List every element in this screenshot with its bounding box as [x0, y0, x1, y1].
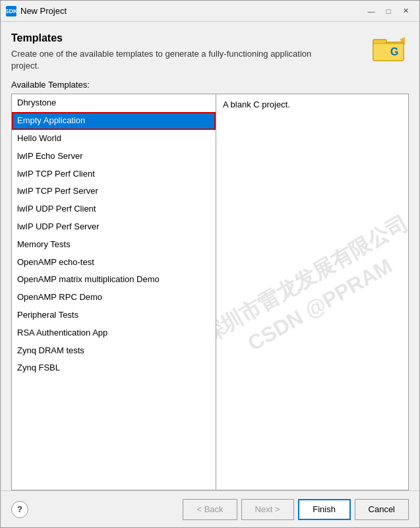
template-item-empty-application[interactable]: Empty Application	[12, 112, 216, 130]
template-item-lwip-udp-perf-server[interactable]: lwIP UDP Perf Server	[12, 218, 216, 236]
template-item-lwip-tcp-perf-server[interactable]: lwIP TCP Perf Server	[12, 183, 216, 200]
section-description: Create one of the available templates to…	[11, 48, 315, 72]
template-item-openamp-matrix-mult[interactable]: OpenAMP matrix multiplication Demo	[12, 271, 216, 289]
dialog-body: Templates Create one of the available te…	[1, 22, 419, 490]
maximize-button[interactable]: □	[380, 5, 397, 18]
header-section: Templates Create one of the available te…	[11, 32, 409, 72]
section-title: Templates	[11, 32, 369, 44]
template-item-lwip-tcp-perf-client[interactable]: lwIP TCP Perf Client	[12, 165, 216, 183]
header-left: Templates Create one of the available te…	[11, 32, 369, 72]
header-icon-area: G	[369, 32, 409, 65]
next-button[interactable]: Next >	[241, 499, 294, 520]
window-controls: — □ ✕	[363, 5, 414, 18]
nav-buttons: < Back Next > Finish Cancel	[183, 499, 409, 520]
template-item-dhrystone[interactable]: Dhrystone	[12, 94, 216, 112]
watermark: 深圳市雷龙发展有限公司 CSDN @PPRAM	[216, 208, 408, 376]
help-button[interactable]: ?	[11, 501, 28, 518]
svg-text:G: G	[390, 46, 398, 57]
button-bar: ? < Back Next > Finish Cancel	[1, 490, 419, 527]
cancel-button[interactable]: Cancel	[355, 499, 409, 520]
template-item-openamp-rpc-demo[interactable]: OpenAMP RPC Demo	[12, 289, 216, 307]
description-panel: A blank C project. 深圳市雷龙发展有限公司 CSDN @PPR…	[216, 94, 408, 490]
app-icon: SDK	[6, 6, 16, 16]
template-item-memory-tests[interactable]: Memory Tests	[12, 236, 216, 254]
finish-button[interactable]: Finish	[298, 499, 351, 520]
title-bar: SDK New Project — □ ✕	[1, 1, 419, 22]
back-button[interactable]: < Back	[183, 499, 237, 520]
description-text: A blank C project.	[223, 100, 290, 109]
template-item-lwip-echo-server[interactable]: lwIP Echo Server	[12, 148, 216, 165]
minimize-button[interactable]: —	[363, 5, 380, 18]
svg-rect-2	[373, 44, 404, 61]
template-item-hello-world[interactable]: Hello World	[12, 130, 216, 148]
new-project-dialog: SDK New Project — □ ✕ Templates Create o…	[0, 0, 420, 528]
templates-list[interactable]: DhrystoneEmpty ApplicationHello WorldlwI…	[12, 94, 216, 490]
template-item-openamp-echo-test[interactable]: OpenAMP echo-test	[12, 254, 216, 272]
folder-icon: G	[372, 34, 406, 63]
template-item-zynq-fsbl[interactable]: Zynq FSBL	[12, 359, 216, 377]
close-button[interactable]: ✕	[397, 5, 414, 18]
template-item-peripheral-tests[interactable]: Peripheral Tests	[12, 307, 216, 324]
template-item-rsa-auth[interactable]: RSA Authentication App	[12, 324, 216, 342]
template-item-lwip-udp-perf-client[interactable]: lwIP UDP Perf Client	[12, 200, 216, 218]
template-item-zynq-dram[interactable]: Zynq DRAM tests	[12, 342, 216, 360]
content-panels: DhrystoneEmpty ApplicationHello WorldlwI…	[11, 94, 409, 490]
available-label: Available Templates:	[11, 80, 409, 90]
dialog-title: New Project	[20, 6, 359, 16]
